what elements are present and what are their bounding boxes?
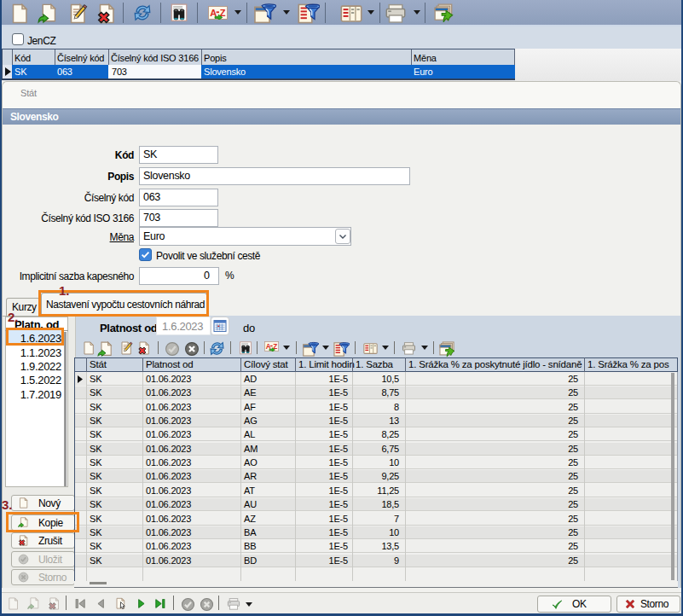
- svg-text:A: A: [210, 8, 217, 18]
